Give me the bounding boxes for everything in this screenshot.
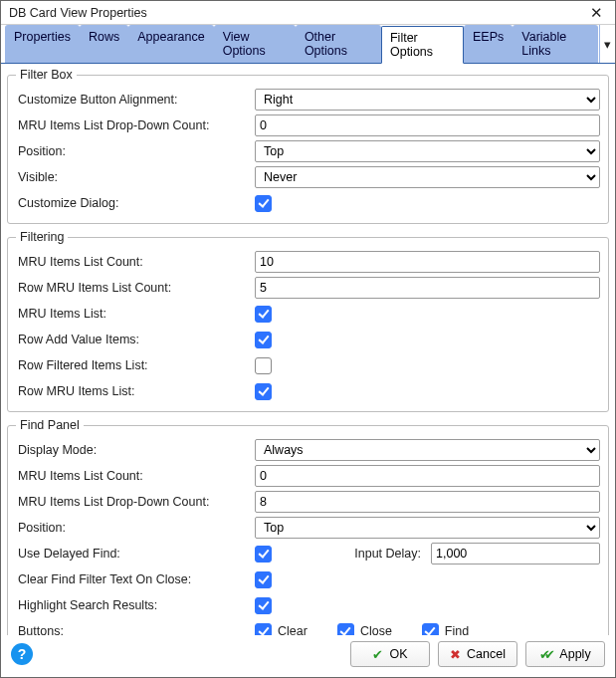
label-use-delayed: Use Delayed Find: — [16, 547, 255, 561]
double-check-icon: ✔✔ — [539, 647, 549, 662]
input-mru-dropdown-count[interactable] — [255, 114, 600, 136]
label-display-mode: Display Mode: — [16, 443, 255, 457]
ok-button[interactable]: ✔ OK — [350, 641, 430, 667]
cancel-button[interactable]: ✖ Cancel — [438, 641, 517, 667]
tab-variable-links[interactable]: Variable Links — [513, 25, 598, 63]
label-fb-position: Position: — [16, 144, 255, 158]
tab-bar: Properties Rows Appearance View Options … — [1, 25, 615, 64]
checkbox-btn-close[interactable] — [337, 623, 354, 636]
checkbox-use-delayed[interactable] — [255, 546, 272, 563]
group-find-panel-legend: Find Panel — [16, 418, 84, 432]
tab-properties[interactable]: Properties — [5, 25, 80, 63]
label-customize-dialog: Customize Dialog: — [16, 196, 255, 210]
input-fp-mru-dropdown-count[interactable] — [255, 491, 600, 513]
group-filter-box-legend: Filter Box — [16, 68, 77, 82]
tab-view-options[interactable]: View Options — [214, 25, 296, 63]
input-mru-count[interactable] — [255, 251, 600, 273]
label-input-delay: Input Delay: — [272, 547, 431, 561]
checkbox-btn-clear[interactable] — [255, 623, 272, 636]
group-filtering: Filtering MRU Items List Count: Row MRU … — [7, 230, 609, 412]
checkbox-highlight[interactable] — [255, 597, 272, 614]
ok-button-label: OK — [389, 647, 407, 661]
tab-rows[interactable]: Rows — [80, 25, 128, 63]
label-fp-mru-count: MRU Items List Count: — [16, 469, 255, 483]
cancel-button-label: Cancel — [467, 647, 506, 661]
group-filter-box: Filter Box Customize Button Alignment: R… — [7, 68, 609, 224]
close-icon[interactable]: ✕ — [586, 5, 607, 20]
input-row-mru-count[interactable] — [255, 277, 600, 299]
label-row-filtered: Row Filtered Items List: — [16, 358, 255, 372]
label-fp-position: Position: — [16, 521, 255, 535]
footer: ? ✔ OK ✖ Cancel ✔✔ Apply — [1, 635, 615, 677]
select-fb-position[interactable]: Top — [255, 140, 600, 162]
x-icon: ✖ — [450, 647, 461, 662]
label-buttons: Buttons: — [16, 624, 255, 635]
label-row-mru-count: Row MRU Items List Count: — [16, 281, 255, 295]
title-bar: DB Card View Properties ✕ — [1, 1, 615, 25]
label-row-mru-list: Row MRU Items List: — [16, 384, 255, 398]
select-fb-visible[interactable]: Never — [255, 166, 600, 188]
checkbox-btn-find[interactable] — [422, 623, 439, 636]
label-mru-dropdown-count: MRU Items List Drop-Down Count: — [16, 118, 255, 132]
tab-other-options[interactable]: Other Options — [296, 25, 381, 63]
label-mru-list: MRU Items List: — [16, 307, 255, 321]
checkbox-row-add-value[interactable] — [255, 332, 272, 348]
select-display-mode[interactable]: Always — [255, 439, 600, 461]
dialog-window: DB Card View Properties ✕ Properties Row… — [0, 0, 616, 678]
chevron-down-icon: ▾ — [604, 37, 611, 52]
label-fp-mru-dropdown-count: MRU Items List Drop-Down Count: — [16, 495, 255, 509]
label-fb-visible: Visible: — [16, 170, 255, 184]
label-mru-count: MRU Items List Count: — [16, 255, 255, 269]
select-fp-position[interactable]: Top — [255, 517, 600, 539]
checkbox-row-mru-list[interactable] — [255, 383, 272, 400]
label-row-add-value: Row Add Value Items: — [16, 333, 255, 346]
group-filtering-legend: Filtering — [16, 230, 68, 244]
help-icon[interactable]: ? — [11, 643, 33, 665]
select-customize-button-alignment[interactable]: Right — [255, 89, 600, 111]
label-highlight: Highlight Search Results: — [16, 598, 255, 612]
label-btn-find: Find — [445, 624, 469, 635]
apply-button[interactable]: ✔✔ Apply — [525, 641, 605, 667]
label-btn-clear: Clear — [278, 624, 308, 635]
label-btn-close: Close — [360, 624, 392, 635]
group-find-panel: Find Panel Display Mode: Always MRU Item… — [7, 418, 609, 635]
checkbox-customize-dialog[interactable] — [255, 195, 272, 212]
checkbox-row-filtered[interactable] — [255, 357, 272, 374]
input-fp-mru-count[interactable] — [255, 465, 600, 487]
tab-overflow-button[interactable]: ▾ — [599, 25, 615, 63]
tab-filter-options[interactable]: Filter Options — [381, 26, 464, 64]
input-input-delay[interactable] — [431, 543, 600, 565]
checkbox-mru-list[interactable] — [255, 306, 272, 323]
tab-eeps[interactable]: EEPs — [464, 25, 513, 63]
tab-appearance[interactable]: Appearance — [128, 25, 213, 63]
label-customize-button-alignment: Customize Button Alignment: — [16, 93, 255, 107]
check-icon: ✔ — [372, 647, 383, 662]
checkbox-clear-on-close[interactable] — [255, 571, 272, 588]
content-area: Filter Box Customize Button Alignment: R… — [1, 64, 615, 635]
apply-button-label: Apply — [559, 647, 590, 661]
window-title: DB Card View Properties — [9, 6, 147, 20]
label-clear-on-close: Clear Find Filter Text On Close: — [16, 572, 255, 586]
